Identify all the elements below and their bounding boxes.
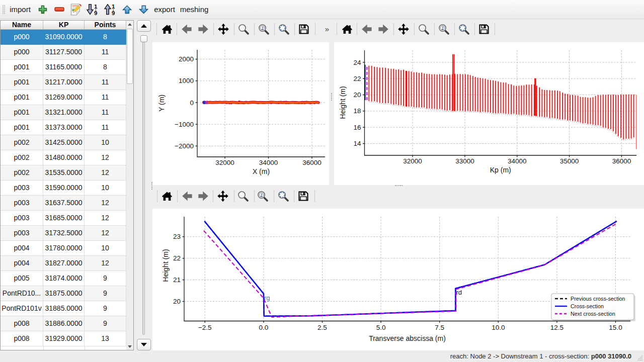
svg-text:12.5: 12.5 <box>550 324 564 331</box>
svg-text:2.5: 2.5 <box>317 324 327 331</box>
svg-text:14: 14 <box>353 140 361 147</box>
svg-text:1: 1 <box>260 192 263 198</box>
svg-text:1: 1 <box>112 4 115 10</box>
svg-text:33000: 33000 <box>455 157 474 165</box>
svg-text:rd: rd <box>456 289 462 296</box>
svg-text:20: 20 <box>173 298 181 305</box>
svg-text:Previous cross-section: Previous cross-section <box>571 296 625 302</box>
svg-text:1: 1 <box>441 25 444 31</box>
svg-text:Transverse abscissa (m): Transverse abscissa (m) <box>369 334 446 342</box>
svg-text:Height (m): Height (m) <box>339 86 347 119</box>
svg-text:1000: 1000 <box>179 77 194 84</box>
svg-text:36000: 36000 <box>612 157 631 165</box>
svg-text:7.5: 7.5 <box>435 324 444 331</box>
svg-text:−1000: −1000 <box>175 121 194 128</box>
svg-text:35000: 35000 <box>560 157 579 165</box>
svg-text:0: 0 <box>190 99 194 107</box>
svg-text:34000: 34000 <box>259 159 278 166</box>
svg-text:21: 21 <box>173 276 181 284</box>
svg-text:Kp (m): Kp (m) <box>490 166 511 174</box>
svg-text:36000: 36000 <box>302 159 321 166</box>
svg-text:15.0: 15.0 <box>609 324 622 331</box>
svg-text:16: 16 <box>353 124 361 131</box>
svg-text:9: 9 <box>112 10 115 16</box>
svg-text:10.0: 10.0 <box>492 324 505 331</box>
svg-text:32000: 32000 <box>215 159 234 166</box>
svg-text:18: 18 <box>353 107 361 115</box>
svg-text:2000: 2000 <box>179 55 194 63</box>
svg-text:Y (m): Y (m) <box>157 95 166 112</box>
svg-text:1: 1 <box>94 4 98 10</box>
svg-text:X (m): X (m) <box>253 167 270 175</box>
svg-text:−2.5: −2.5 <box>198 324 212 331</box>
svg-text:0.0: 0.0 <box>259 324 269 331</box>
svg-text:22: 22 <box>353 75 361 82</box>
svg-text:23: 23 <box>173 233 181 240</box>
svg-text:Cross-section: Cross-section <box>571 303 604 309</box>
svg-text:rg: rg <box>264 294 270 302</box>
svg-text:9: 9 <box>94 10 97 16</box>
svg-text:5.0: 5.0 <box>376 324 386 331</box>
svg-text:20: 20 <box>353 91 361 99</box>
svg-text:34000: 34000 <box>508 157 527 165</box>
svg-text:Height (m): Height (m) <box>162 249 170 282</box>
svg-text:1: 1 <box>261 25 264 31</box>
svg-text:−2000: −2000 <box>175 142 194 150</box>
svg-text:32000: 32000 <box>403 157 422 165</box>
svg-text:Next cross-section: Next cross-section <box>571 311 615 317</box>
svg-text:22: 22 <box>173 254 181 262</box>
svg-text:24: 24 <box>353 59 361 66</box>
